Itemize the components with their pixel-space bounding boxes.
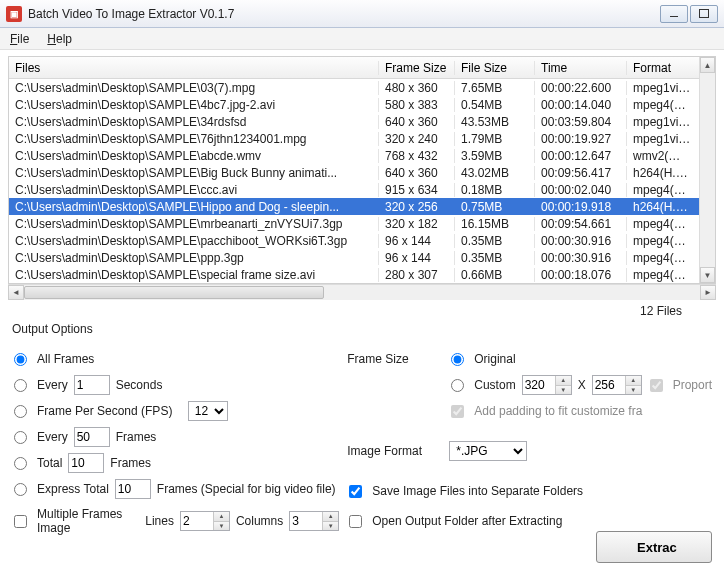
lines-up-icon[interactable]: ▲ <box>214 512 229 522</box>
cell-format: mpeg4(MPEG- <box>627 251 697 265</box>
input-width[interactable] <box>523 376 555 394</box>
cell-file-size: 0.18MB <box>455 183 535 197</box>
table-row[interactable]: C:\Users\admin\Desktop\SAMPLE\Hippo and … <box>9 198 715 215</box>
spin-height[interactable]: ▲▼ <box>592 375 642 395</box>
col-time[interactable]: Time <box>535 61 627 75</box>
radio-original[interactable] <box>451 353 464 366</box>
table-row[interactable]: C:\Users\admin\Desktop\SAMPLE\special fr… <box>9 266 715 283</box>
radio-custom[interactable] <box>451 379 464 392</box>
radio-express[interactable] <box>14 483 27 496</box>
label-lines: Lines <box>145 514 174 528</box>
w-down-icon[interactable]: ▼ <box>556 386 571 395</box>
cols-up-icon[interactable]: ▲ <box>323 512 338 522</box>
check-multiple-frames[interactable] <box>14 515 27 528</box>
input-express[interactable] <box>115 479 151 499</box>
cell-file-size: 0.54MB <box>455 98 535 112</box>
cell-file-size: 0.35MB <box>455 234 535 248</box>
radio-every-seconds[interactable] <box>14 379 27 392</box>
radio-fps[interactable] <box>14 405 27 418</box>
cell-file-size: 0.35MB <box>455 251 535 265</box>
lines-down-icon[interactable]: ▼ <box>214 522 229 531</box>
cell-file: C:\Users\admin\Desktop\SAMPLE\76jthn1234… <box>9 132 379 146</box>
cell-frame-size: 96 x 144 <box>379 251 455 265</box>
scroll-left-icon[interactable]: ◄ <box>8 285 24 300</box>
minimize-button[interactable] <box>660 5 688 23</box>
cell-file: C:\Users\admin\Desktop\SAMPLE\special fr… <box>9 268 379 282</box>
table-row[interactable]: C:\Users\admin\Desktop\SAMPLE\4bc7.jpg-2… <box>9 96 715 113</box>
cell-format: h264(H.264 / <box>627 200 697 214</box>
label-fps: Frame Per Second (FPS) <box>37 404 172 418</box>
select-image-format[interactable]: *.JPG <box>449 441 527 461</box>
scroll-right-icon[interactable]: ► <box>700 285 716 300</box>
col-frame-size[interactable]: Frame Size <box>379 61 455 75</box>
menu-file[interactable]: File <box>10 32 29 46</box>
table-row[interactable]: C:\Users\admin\Desktop\SAMPLE\Big Buck B… <box>9 164 715 181</box>
label-every2: Every <box>37 430 68 444</box>
cell-time: 00:00:02.040 <box>535 183 627 197</box>
table-row[interactable]: C:\Users\admin\Desktop\SAMPLE\34rdsfsd64… <box>9 113 715 130</box>
table-row[interactable]: C:\Users\admin\Desktop\SAMPLE\mrbeanarti… <box>9 215 715 232</box>
table-row[interactable]: C:\Users\admin\Desktop\SAMPLE\03(7).mpg4… <box>9 79 715 96</box>
vertical-scrollbar[interactable]: ▲ ▼ <box>699 57 715 283</box>
scroll-up-icon[interactable]: ▲ <box>700 57 715 73</box>
table-row[interactable]: C:\Users\admin\Desktop\SAMPLE\ccc.avi915… <box>9 181 715 198</box>
input-columns[interactable] <box>290 512 322 530</box>
radio-every-frames[interactable] <box>14 431 27 444</box>
table-row[interactable]: C:\Users\admin\Desktop\SAMPLE\76jthn1234… <box>9 130 715 147</box>
check-open-output[interactable] <box>349 515 362 528</box>
input-lines[interactable] <box>181 512 213 530</box>
input-every-seconds[interactable] <box>74 375 110 395</box>
cols-down-icon[interactable]: ▼ <box>323 522 338 531</box>
label-image-format: Image Format <box>347 444 443 458</box>
file-table: Files Frame Size File Size Time Format C… <box>8 56 716 284</box>
menu-help[interactable]: Help <box>47 32 72 46</box>
spin-width[interactable]: ▲▼ <box>522 375 572 395</box>
cell-file: C:\Users\admin\Desktop\SAMPLE\abcde.wmv <box>9 149 379 163</box>
radio-total[interactable] <box>14 457 27 470</box>
spin-lines[interactable]: ▲▼ <box>180 511 230 531</box>
h-up-icon[interactable]: ▲ <box>626 376 641 386</box>
col-files[interactable]: Files <box>9 61 379 75</box>
input-every-frames[interactable] <box>74 427 110 447</box>
cell-time: 00:00:30.916 <box>535 234 627 248</box>
cell-time: 00:00:19.927 <box>535 132 627 146</box>
scroll-down-icon[interactable]: ▼ <box>700 267 715 283</box>
cell-file-size: 0.75MB <box>455 200 535 214</box>
check-separate-folders[interactable] <box>349 485 362 498</box>
label-multiple: Multiple Frames Image <box>37 507 123 535</box>
table-row[interactable]: C:\Users\admin\Desktop\SAMPLE\ppp.3gp96 … <box>9 249 715 266</box>
label-frames: Frames <box>116 430 157 444</box>
label-padding: Add padding to fit customize fra <box>474 404 642 418</box>
col-format[interactable]: Format <box>627 61 697 75</box>
label-columns: Columns <box>236 514 283 528</box>
horizontal-scrollbar[interactable]: ◄ ► <box>8 284 716 300</box>
maximize-button[interactable] <box>690 5 718 23</box>
radio-all-frames[interactable] <box>14 353 27 366</box>
output-options-title: Output Options <box>12 322 339 336</box>
cell-file: C:\Users\admin\Desktop\SAMPLE\mrbeanarti… <box>9 217 379 231</box>
input-height[interactable] <box>593 376 625 394</box>
h-down-icon[interactable]: ▼ <box>626 386 641 395</box>
cell-time: 00:00:18.076 <box>535 268 627 282</box>
col-file-size[interactable]: File Size <box>455 61 535 75</box>
scroll-thumb[interactable] <box>24 286 324 299</box>
label-original: Original <box>474 352 515 366</box>
input-total[interactable] <box>68 453 104 473</box>
label-all-frames: All Frames <box>37 352 94 366</box>
cell-time: 00:00:19.918 <box>535 200 627 214</box>
cell-frame-size: 768 x 432 <box>379 149 455 163</box>
cell-file-size: 7.65MB <box>455 81 535 95</box>
cell-format: mpeg1video(M <box>627 81 697 95</box>
cell-frame-size: 320 x 256 <box>379 200 455 214</box>
w-up-icon[interactable]: ▲ <box>556 376 571 386</box>
spin-columns[interactable]: ▲▼ <box>289 511 339 531</box>
cell-format: wmv2(Window <box>627 149 697 163</box>
cell-frame-size: 640 x 360 <box>379 166 455 180</box>
cell-time: 00:00:12.647 <box>535 149 627 163</box>
extract-button[interactable]: Extrac <box>596 531 712 563</box>
label-total: Total <box>37 456 62 470</box>
select-fps[interactable]: 12 <box>188 401 228 421</box>
table-row[interactable]: C:\Users\admin\Desktop\SAMPLE\abcde.wmv7… <box>9 147 715 164</box>
cell-file: C:\Users\admin\Desktop\SAMPLE\ccc.avi <box>9 183 379 197</box>
table-row[interactable]: C:\Users\admin\Desktop\SAMPLE\pacchiboot… <box>9 232 715 249</box>
